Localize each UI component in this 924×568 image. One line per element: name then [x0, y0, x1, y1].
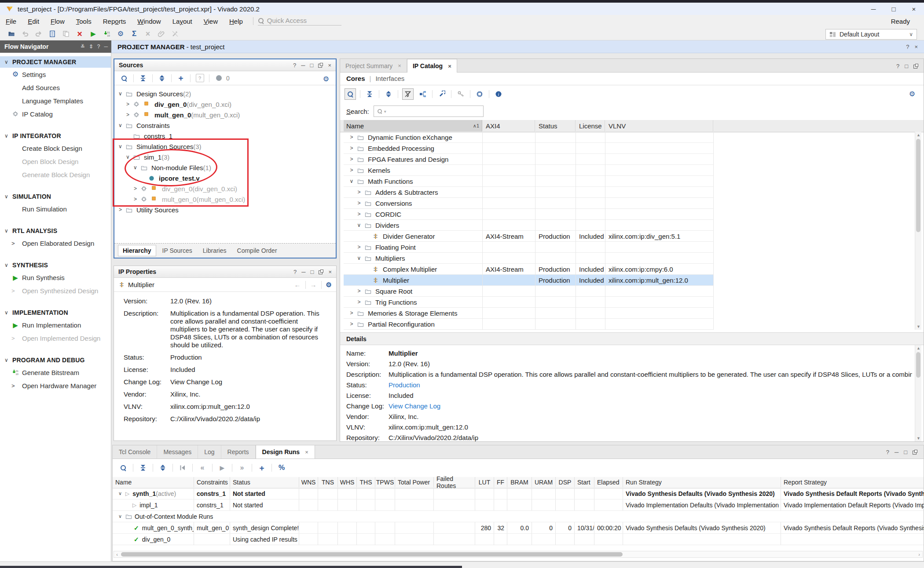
chevron-down-icon[interactable]: ∨	[132, 164, 139, 171]
back-arrow-icon[interactable]: ←	[294, 281, 301, 288]
scroll-up-icon[interactable]: ▲	[915, 132, 922, 138]
tree-expander-icon[interactable]: >	[356, 299, 363, 305]
flow-section-header-program-and-debug[interactable]: ∨PROGRAM AND DEBUG	[0, 354, 111, 366]
tab-compile-order[interactable]: Compile Order	[233, 245, 282, 256]
window-minimize-icon[interactable]: ─	[863, 5, 884, 13]
copy-icon[interactable]	[61, 29, 71, 39]
catalog-scrollbar[interactable]: ▲ ▼	[915, 132, 921, 330]
catalog-row-dynamic-function-exchange[interactable]: >Dynamic Function eXchange	[344, 132, 713, 143]
restart-run-icon[interactable]	[177, 462, 188, 473]
flow-section-header-implementation[interactable]: ∨IMPLEMENTATION	[0, 307, 111, 318]
resume-run-icon[interactable]: ▶	[217, 462, 227, 473]
close-icon[interactable]: ×	[914, 44, 918, 50]
search-icon[interactable]	[118, 462, 128, 473]
gear-icon[interactable]: ⚙	[326, 281, 332, 288]
flow-item-generate-block-design[interactable]: Generate Block Design	[0, 168, 111, 181]
tab-libraries[interactable]: Libraries	[198, 245, 231, 256]
chevron-down-icon[interactable]: ∨	[117, 91, 124, 97]
chevron-right-icon[interactable]: >	[117, 207, 124, 213]
catalog-row-conversions[interactable]: >Conversions	[344, 198, 713, 209]
generate-bitstream-icon[interactable]: 0110	[102, 29, 112, 39]
flow-item-open-implemented-design[interactable]: >Open Implemented Design	[0, 331, 111, 345]
column-header-bram[interactable]: BRAM	[507, 477, 532, 488]
settings-icon[interactable]: ⚙	[115, 29, 126, 39]
tree-item-utility-sources[interactable]: >Utility Sources	[114, 204, 336, 215]
flow-item-run-synthesis[interactable]: ▶Run Synthesis	[0, 271, 111, 284]
column-header-name[interactable]: Name	[113, 477, 194, 488]
maximize-icon[interactable]: □	[311, 269, 314, 275]
close-icon[interactable]: ×	[305, 449, 308, 455]
customize-icon[interactable]	[436, 89, 447, 99]
minimize-icon[interactable]: ─	[301, 62, 305, 69]
tree-expander-icon[interactable]: ∨	[356, 222, 363, 228]
tree-item-constrs-1[interactable]: constrs_1	[114, 131, 336, 141]
flow-section-header-ip-integrator[interactable]: ∨IP INTEGRATOR	[0, 130, 111, 142]
catalog-row-multiplier[interactable]: MultiplierProductionIncludedxilinx.com:i…	[344, 275, 713, 286]
tree-item-simulation-sources[interactable]: ∨Simulation Sources (3)	[114, 141, 336, 152]
close-icon[interactable]: ×	[398, 62, 401, 69]
column-header-whs[interactable]: WHS	[338, 477, 357, 488]
scroll-down-icon[interactable]: ▼	[915, 435, 922, 441]
cancel-icon[interactable]: ×	[143, 29, 153, 39]
catalog-row-cordic[interactable]: >CORDIC	[344, 209, 713, 220]
flow-item-generate-bitstream[interactable]: 0110Generate Bitstream	[0, 366, 111, 379]
tree-item-div-gen-0[interactable]: >div_gen_0 (div_gen_0.xci)	[114, 99, 336, 109]
property-link[interactable]: Production	[170, 353, 325, 361]
chevron-down-icon[interactable]: ∨	[118, 491, 122, 496]
flow-section-header-synthesis[interactable]: ∨SYNTHESIS	[0, 259, 111, 271]
column-header-failed-routes[interactable]: Failed Routes	[434, 477, 475, 488]
redo-icon[interactable]	[33, 29, 44, 39]
expand-all-icon[interactable]	[383, 89, 394, 99]
minimize-icon[interactable]: ─	[895, 449, 898, 455]
help-icon[interactable]: ?	[886, 449, 889, 455]
tree-item-ipcore-test-v[interactable]: ipcore_test.v	[114, 173, 336, 183]
menu-reports[interactable]: Reports	[97, 18, 132, 25]
tab-ip-sources[interactable]: IP Sources	[158, 245, 197, 256]
catalog-row-floating-point[interactable]: >Floating Point	[344, 242, 713, 253]
details-scrollbar[interactable]: ▲ ▼	[915, 345, 921, 441]
create-run-icon[interactable]: +	[257, 462, 267, 473]
tree-expander-icon[interactable]: >	[348, 145, 355, 151]
window-close-icon[interactable]: ×	[904, 5, 924, 13]
catalog-row-partial-reconfiguration[interactable]: >Partial Reconfiguration	[344, 319, 713, 330]
tree-expander-icon[interactable]: >	[348, 310, 355, 316]
collapse-all-icon[interactable]	[138, 73, 148, 84]
catalog-row-fpga-features-and-design[interactable]: >FPGA Features and Design	[344, 154, 713, 165]
column-header-lut[interactable]: LUT	[475, 477, 494, 488]
float-icon[interactable]	[319, 269, 323, 274]
maximize-icon[interactable]: □	[905, 63, 908, 69]
flow-item-open-synthesized-design[interactable]: >Open Synthesized Design	[0, 284, 111, 297]
report-icon[interactable]	[47, 29, 58, 39]
horizontal-scrollbar[interactable]: ‹ ›	[114, 551, 923, 558]
attach-icon[interactable]	[156, 29, 167, 39]
run-icon[interactable]: ▶	[88, 29, 99, 39]
column-header-constraints[interactable]: Constraints	[194, 477, 230, 488]
maximize-icon[interactable]: □	[310, 62, 314, 69]
expand-all-icon[interactable]	[158, 462, 168, 473]
catalog-row-memories-storage-elements[interactable]: >Memories & Storage Elements	[344, 308, 713, 319]
tab-interfaces[interactable]: Interfaces	[375, 75, 404, 82]
chevron-down-icon[interactable]: ∨	[118, 513, 122, 519]
tab-cores[interactable]: Cores	[346, 75, 365, 82]
tab-messages[interactable]: Messages	[157, 445, 198, 459]
column-header-tpws[interactable]: TPWS	[375, 477, 395, 488]
tree-expander-icon[interactable]: >	[356, 189, 363, 195]
property-link[interactable]: View Change Log	[170, 378, 325, 386]
column-header-status[interactable]: Status	[230, 477, 299, 488]
tab-reports[interactable]: Reports	[221, 445, 256, 459]
column-header-axi4[interactable]: AXI4	[482, 120, 535, 131]
tree-item-constraints[interactable]: ∨Constraints	[114, 120, 336, 131]
detail-link[interactable]: View Change Log	[389, 402, 440, 410]
tab-project-summary[interactable]: Project Summary×	[340, 59, 407, 72]
tab-hierarchy[interactable]: Hierarchy	[118, 245, 156, 256]
chevron-right-icon[interactable]: >	[125, 112, 131, 118]
tree-expander-icon[interactable]: >	[356, 244, 363, 250]
tab-log[interactable]: Log	[198, 445, 221, 459]
flow-item-open-hardware-manager[interactable]: >Open Hardware Manager	[0, 379, 111, 392]
undo-icon[interactable]	[20, 29, 30, 39]
forward-arrow-icon[interactable]: →	[310, 281, 317, 288]
flow-item-settings[interactable]: ⚙Settings	[0, 68, 111, 81]
step-back-icon[interactable]: «	[197, 462, 208, 473]
menu-file[interactable]: File	[0, 18, 22, 25]
column-header-ff[interactable]: FF	[494, 477, 507, 488]
